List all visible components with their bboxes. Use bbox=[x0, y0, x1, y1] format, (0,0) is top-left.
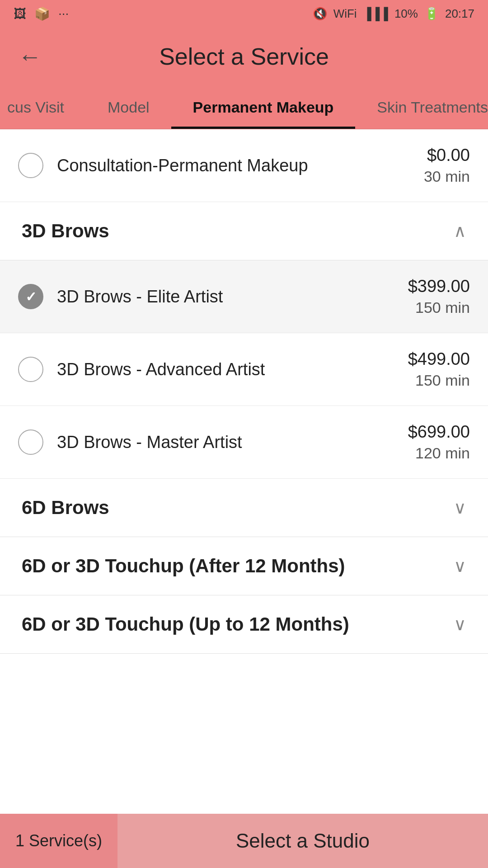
category-6d-brows[interactable]: 6D Brows ∨ bbox=[0, 479, 488, 537]
chevron-touchup-upto: ∨ bbox=[454, 614, 466, 634]
more-icon: ··· bbox=[58, 6, 69, 21]
service-name-3d-master: 3D Brows - Master Artist bbox=[57, 433, 408, 452]
chevron-touchup-after: ∨ bbox=[454, 556, 466, 576]
status-left-icons: 🖼 📦 ··· bbox=[14, 6, 69, 21]
service-duration-consultation: 30 min bbox=[424, 168, 470, 185]
battery-level: 10% bbox=[394, 7, 418, 21]
status-right-info: 🔇 WiFi ▐▐▐ 10% 🔋 20:17 bbox=[313, 7, 474, 21]
service-duration-3d-advanced: 150 min bbox=[408, 372, 470, 389]
service-name-3d-elite: 3D Brows - Elite Artist bbox=[57, 287, 408, 307]
status-bar: 🖼 📦 ··· 🔇 WiFi ▐▐▐ 10% 🔋 20:17 bbox=[0, 0, 488, 27]
category-name-3d-brows: 3D Brows bbox=[22, 220, 109, 242]
wifi-icon: WiFi bbox=[333, 7, 357, 21]
service-price-3d-elite: $399.00 bbox=[408, 277, 470, 296]
service-name-3d-advanced: 3D Brows - Advanced Artist bbox=[57, 360, 408, 379]
battery-icon: 🔋 bbox=[424, 7, 439, 21]
page-title: Select a Service bbox=[159, 43, 329, 70]
tab-cus-visit[interactable]: cus Visit bbox=[0, 86, 86, 129]
chevron-6d-brows: ∨ bbox=[454, 498, 466, 518]
service-price-consultation: $0.00 bbox=[424, 146, 470, 165]
service-row-3d-advanced[interactable]: 3D Brows - Advanced Artist $499.00 150 m… bbox=[0, 333, 488, 406]
header: ← Select a Service bbox=[0, 27, 488, 86]
tab-model[interactable]: Model bbox=[86, 86, 171, 129]
service-row-3d-elite[interactable]: 3D Brows - Elite Artist $399.00 150 min bbox=[0, 260, 488, 333]
service-meta-3d-master: $699.00 120 min bbox=[408, 422, 470, 462]
dropbox-icon: 📦 bbox=[34, 6, 50, 21]
service-duration-3d-master: 120 min bbox=[408, 444, 470, 462]
select-studio-button[interactable]: Select a Studio bbox=[117, 814, 488, 868]
service-price-3d-master: $699.00 bbox=[408, 422, 470, 442]
category-name-touchup-upto: 6D or 3D Touchup (Up to 12 Months) bbox=[22, 613, 349, 635]
radio-3d-elite[interactable] bbox=[18, 284, 43, 309]
service-meta-3d-advanced: $499.00 150 min bbox=[408, 349, 470, 389]
tab-permanent-makeup[interactable]: Permanent Makeup bbox=[171, 86, 356, 129]
signal-icon: ▐▐▐ bbox=[363, 7, 388, 21]
category-touchup-after[interactable]: 6D or 3D Touchup (After 12 Months) ∨ bbox=[0, 537, 488, 595]
radio-3d-master[interactable] bbox=[18, 429, 43, 455]
service-list: Consultation-Permanent Makeup $0.00 30 m… bbox=[0, 129, 488, 654]
category-touchup-upto[interactable]: 6D or 3D Touchup (Up to 12 Months) ∨ bbox=[0, 595, 488, 654]
bottom-bar: 1 Service(s) Select a Studio bbox=[0, 814, 488, 868]
service-duration-3d-elite: 150 min bbox=[408, 299, 470, 316]
service-row-consultation[interactable]: Consultation-Permanent Makeup $0.00 30 m… bbox=[0, 129, 488, 202]
service-row-3d-master[interactable]: 3D Brows - Master Artist $699.00 120 min bbox=[0, 406, 488, 479]
tab-skin-treatments[interactable]: Skin Treatments bbox=[355, 86, 488, 129]
service-price-3d-advanced: $499.00 bbox=[408, 349, 470, 369]
category-name-6d-brows: 6D Brows bbox=[22, 497, 109, 519]
mute-icon: 🔇 bbox=[313, 7, 327, 21]
tabs-bar: cus Visit Model Permanent Makeup Skin Tr… bbox=[0, 86, 488, 129]
service-meta-3d-elite: $399.00 150 min bbox=[408, 277, 470, 316]
category-3d-brows[interactable]: 3D Brows ∧ bbox=[0, 202, 488, 260]
radio-3d-advanced[interactable] bbox=[18, 357, 43, 382]
service-meta-consultation: $0.00 30 min bbox=[424, 146, 470, 185]
category-name-touchup-after: 6D or 3D Touchup (After 12 Months) bbox=[22, 555, 345, 577]
back-button[interactable]: ← bbox=[18, 45, 42, 68]
chevron-3d-brows: ∧ bbox=[454, 221, 466, 241]
gallery-icon: 🖼 bbox=[14, 6, 26, 21]
service-name-consultation: Consultation-Permanent Makeup bbox=[57, 156, 424, 175]
time-display: 20:17 bbox=[445, 7, 474, 21]
service-count: 1 Service(s) bbox=[0, 814, 117, 868]
radio-consultation[interactable] bbox=[18, 153, 43, 178]
